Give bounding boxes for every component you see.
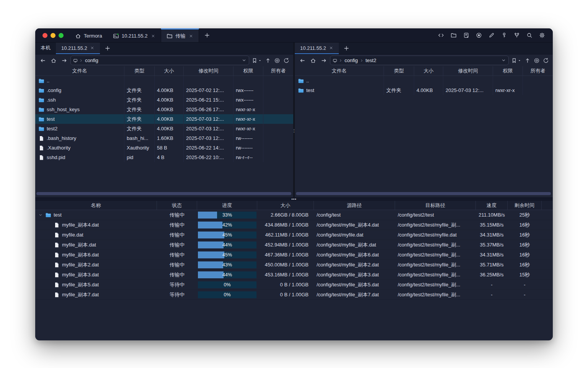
back-button[interactable]: [298, 56, 307, 65]
left-panel-tab-本机[interactable]: 本机: [35, 43, 56, 54]
right-panel-tab-10.211.55.2[interactable]: 10.211.55.2: [295, 43, 339, 54]
transfer-row[interactable]: test传输中33%2.66GB / 8.00GB/config/test/co…: [35, 210, 553, 220]
transfer-row[interactable]: myfile.dat传输中45%462.11MB / 1.00GB/config…: [35, 230, 553, 240]
left-breadcrumb[interactable]: config: [70, 56, 249, 65]
refresh-button[interactable]: [283, 56, 290, 65]
column-header[interactable]: 所有者: [263, 66, 293, 76]
key-button[interactable]: [500, 31, 509, 40]
scrollbar-thumb[interactable]: [36, 192, 291, 195]
transfer-row[interactable]: myfile_副本7.dat等待中0%0 B / 1.00GB/config/t…: [35, 290, 553, 300]
column-header[interactable]: 目标路径: [395, 201, 476, 210]
column-header[interactable]: 所有者: [523, 66, 553, 76]
column-header[interactable]: 名称: [35, 201, 157, 210]
search-button[interactable]: [525, 31, 534, 40]
close-tab-icon[interactable]: [329, 46, 333, 50]
close-tab-icon[interactable]: [151, 34, 155, 38]
column-header[interactable]: 权限: [234, 66, 263, 76]
column-header[interactable]: 修改时间: [443, 66, 493, 76]
right-breadcrumb[interactable]: configtest2: [330, 56, 509, 65]
right-horizontal-scrollbar[interactable]: [296, 192, 551, 195]
parent-directory-button[interactable]: [524, 56, 531, 65]
table-row[interactable]: .bash_historybash_hi...1.60KB2025-07-03 …: [35, 133, 293, 143]
right-panel-new-tab-button[interactable]: [339, 43, 354, 54]
pencil-button[interactable]: [487, 31, 496, 40]
home-button[interactable]: [49, 56, 58, 65]
column-header[interactable]: 类型: [384, 66, 414, 76]
column-header[interactable]: 速度: [476, 201, 508, 210]
column-header[interactable]: 状态: [157, 201, 197, 210]
title-tab-Termora[interactable]: Termora: [70, 28, 108, 42]
table-row[interactable]: test文件夹4.00KB2025-07-03 12:...rwxr-xr-x: [295, 85, 553, 95]
forward-button[interactable]: [319, 56, 328, 65]
target-path-cell: /config/test2/test/myfile.dat: [395, 230, 476, 240]
record-button[interactable]: [474, 31, 483, 40]
transfer-row[interactable]: myfile_副本3.dat传输中44%453.16MB / 1.00GB/co…: [35, 270, 553, 280]
refresh-button[interactable]: [542, 56, 550, 65]
show-hidden-files-button[interactable]: [533, 56, 541, 65]
minimize-window-button[interactable]: [51, 33, 56, 38]
column-header[interactable]: 大小: [155, 66, 184, 76]
table-row[interactable]: test2文件夹4.00KB2025-07-03 12:...rwxr-xr-x: [35, 124, 293, 133]
new-title-tab-button[interactable]: [199, 28, 215, 42]
plus-icon[interactable]: [204, 32, 210, 38]
plus-icon[interactable]: [343, 45, 350, 51]
left-panel-new-tab-button[interactable]: [100, 43, 115, 54]
folder-button[interactable]: [449, 31, 458, 40]
column-header[interactable]: 类型: [124, 66, 155, 76]
column-header[interactable]: 大小: [414, 66, 443, 76]
table-row[interactable]: .XauthorityXauthority58 B2025-06-22 14:.…: [35, 143, 293, 153]
column-header[interactable]: 文件名: [295, 66, 384, 76]
title-tab-10.211.55.2[interactable]: 10.211.55.2: [108, 28, 161, 42]
bookmark-button[interactable]: [251, 56, 263, 65]
horizontal-splitter[interactable]: •••: [35, 198, 553, 201]
code-button[interactable]: [436, 31, 446, 40]
transfer-row[interactable]: myfile_副本4.dat传输中42%434.86MB / 1.00GB/co…: [35, 220, 553, 230]
parent-directory-button[interactable]: [264, 56, 272, 65]
close-window-button[interactable]: [42, 33, 47, 38]
table-row[interactable]: .ssh文件夹4.00KB2025-06-21 15:...rwx------: [35, 95, 293, 105]
table-row[interactable]: ssh_host_keys文件夹4.00KB2025-06-26 17:...r…: [35, 105, 293, 114]
transfer-table-header: 名称状态进度大小源路径目标路径速度剩余时间: [35, 201, 553, 210]
table-row[interactable]: sshd.pidpid4 B2025-06-22 10:...rw-r--r--: [35, 153, 293, 162]
breadcrumb-segment[interactable]: test2: [365, 58, 377, 63]
transfer-row[interactable]: myfile_副本5.dat等待中0%0 B / 1.00GB/config/t…: [35, 280, 553, 290]
transfer-row[interactable]: myfile_副本6.dat传输中45%467.36MB / 1.00GB/co…: [35, 250, 553, 260]
table-row[interactable]: ..: [35, 76, 293, 85]
column-header[interactable]: 权限: [493, 66, 523, 76]
chevron-down-icon[interactable]: [38, 213, 43, 217]
fork-button[interactable]: [512, 31, 521, 40]
file-name-cell: sshd.pid: [35, 153, 124, 162]
table-row[interactable]: ..: [295, 76, 553, 85]
left-panel-tab-10.211.55.2[interactable]: 10.211.55.2: [56, 43, 100, 54]
column-header[interactable]: 大小: [257, 201, 314, 210]
forward-button[interactable]: [60, 56, 69, 65]
column-header[interactable]: 进度: [197, 201, 257, 210]
breadcrumb-segment[interactable]: config: [85, 58, 99, 63]
column-header[interactable]: 文件名: [35, 66, 124, 76]
table-row[interactable]: .config文件夹4.00KB2025-07-02 12:...rwx----…: [35, 85, 293, 95]
file-name: sshd.pid: [47, 154, 65, 160]
bookmark-button[interactable]: [510, 56, 522, 65]
column-header[interactable]: 剩余时间: [508, 201, 542, 210]
transfer-row[interactable]: myfile_副本.dat传输中44%452.94MB / 1.00GB/con…: [35, 240, 553, 250]
gear-button[interactable]: [537, 31, 547, 40]
log-button[interactable]: [462, 31, 471, 40]
left-horizontal-scrollbar[interactable]: [36, 192, 291, 195]
chevron-down-icon[interactable]: [242, 58, 247, 63]
column-header[interactable]: 修改时间: [184, 66, 234, 76]
transfer-row[interactable]: myfile_副本2.dat传输中43%450.00MB / 1.00GB/co…: [35, 260, 553, 270]
close-tab-icon[interactable]: [90, 46, 95, 50]
chevron-down-icon[interactable]: [501, 58, 506, 63]
breadcrumb-segment[interactable]: config: [344, 58, 358, 63]
table-row[interactable]: test文件夹4.00KB2025-07-03 12:...rwxr-xr-x: [35, 114, 293, 124]
title-tab-传输[interactable]: 传输: [161, 28, 199, 42]
home-button[interactable]: [309, 56, 318, 65]
close-tab-icon[interactable]: [189, 34, 193, 38]
scrollbar-thumb[interactable]: [296, 192, 551, 195]
back-button[interactable]: [38, 56, 47, 65]
column-header[interactable]: 源路径: [314, 201, 395, 210]
show-hidden-files-button[interactable]: [273, 56, 281, 65]
plus-icon[interactable]: [105, 45, 111, 51]
progress-cell: 42%: [197, 220, 257, 230]
zoom-window-button[interactable]: [59, 33, 64, 38]
